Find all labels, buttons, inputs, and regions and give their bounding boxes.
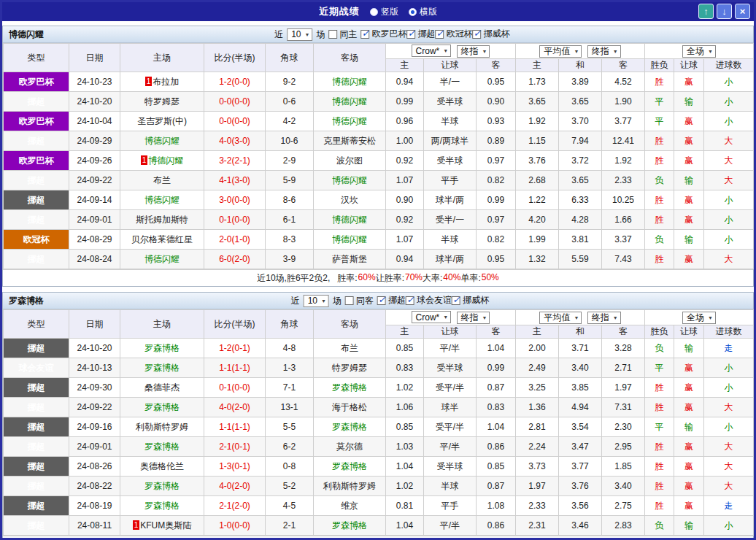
away-team-name[interactable]: 克里斯蒂安松 [323,136,376,146]
table-row[interactable]: 挪超 24-09-14 博德闪耀 3-0(0-0) 8-6 汉坎 0.90 球半… [4,190,754,210]
match-count-select[interactable]: 10 ▼ [287,28,312,41]
away-team-name[interactable]: 维京 [341,501,358,511]
avg-source-select[interactable]: 平均值▼ [539,45,582,58]
home-team-name[interactable]: 特罗姆瑟 [144,96,180,107]
checkbox-checked-icon[interactable] [472,30,481,39]
checkbox-unchecked-icon[interactable] [345,296,354,305]
table-row[interactable]: 挪超 24-09-30 桑德菲杰 0-1(0-0) 7-1 罗森博格 1.02 … [4,378,754,398]
odds-source-select[interactable]: Crow*▼ [412,311,452,323]
home-team-name[interactable]: 斯托姆加斯特 [136,215,188,225]
scroll-down-button[interactable]: ↓ [717,4,732,19]
home-team-name[interactable]: 罗森博格 [144,402,180,412]
away-team-name[interactable]: 特罗姆瑟 [332,363,367,373]
avg-away: 3.37 [602,230,645,250]
league-filter[interactable]: 球会友谊 [406,294,452,306]
league-filter[interactable]: 挪威杯 [452,294,489,306]
away-team-name[interactable]: 罗森博格 [332,382,367,393]
table-row[interactable]: 挪超 24-08-26 奥德格伦兰 1-3(0-1) 0-8 罗森博格 1.04… [4,457,754,477]
table-row[interactable]: 挪超 24-08-22 罗森博格 4-0(2-0) 5-2 利勒斯特罗姆 1.0… [4,477,754,496]
avg-kind-select[interactable]: 终指▼ [587,45,621,58]
away-team-name[interactable]: 博德闪耀 [332,234,367,244]
table-row[interactable]: 挪超 24-08-11 1KFUM奥斯陆 1-0(0-0) 2-1 罗森博格 1… [4,516,754,536]
home-team-name[interactable]: KFUM奥斯陆 [140,520,191,531]
table-row[interactable]: 挪超 24-09-22 布兰 4-1(3-0) 5-9 博德闪耀 1.07 平手… [4,171,754,190]
avg-source-select[interactable]: 平均值▼ [539,312,582,324]
checkbox-unchecked-icon[interactable] [328,30,337,39]
home-team-name[interactable]: 奥德格伦兰 [140,461,184,471]
close-button[interactable]: × [735,4,750,19]
radio-horizontal-layout[interactable]: 横版 [409,6,437,18]
table-row[interactable]: 挪超 24-10-20 特罗姆瑟 0-0(0-0) 0-6 博德闪耀 0.99 … [4,92,754,112]
away-team-name[interactable]: 罗森博格 [332,461,367,471]
league-filter[interactable]: 挪超 [406,28,435,40]
table-row[interactable]: 挪超 24-09-29 博德闪耀 4-0(3-0) 10-6 克里斯蒂安松 1.… [4,131,754,151]
away-team-name[interactable]: 波尔图 [336,155,363,166]
away-team-name[interactable]: 博德闪耀 [332,77,367,87]
away-team-name[interactable]: 博德闪耀 [332,96,367,107]
table-row[interactable]: 挪超 24-10-20 罗森博格 1-2(0-1) 4-8 布兰 0.85 平/… [4,339,754,358]
home-team-name[interactable]: 罗森博格 [144,441,180,452]
table-row[interactable]: 挪超 24-08-19 罗森博格 2-1(2-0) 4-5 维京 0.81 平手… [4,496,754,516]
table-row[interactable]: 欧罗巴杯 24-10-23 1布拉加 1-2(0-0) 9-2 博德闪耀 0.9… [4,72,754,92]
home-team-name[interactable]: 布拉加 [153,77,179,87]
away-team-name[interactable]: 博德闪耀 [332,175,367,185]
same-venue-filter[interactable]: 同主 [328,28,357,41]
table-row[interactable]: 球会友谊 24-10-13 罗森博格 1-1(1-1) 1-3 特罗姆瑟 0.8… [4,358,754,378]
table-row[interactable]: 欧冠杯 24-08-29 贝尔格莱德红星 2-0(1-0) 8-3 博德闪耀 1… [4,230,754,250]
checkbox-checked-icon[interactable] [406,296,414,305]
home-team-name[interactable]: 博德闪耀 [144,136,180,146]
away-team-name[interactable]: 萨普斯堡 [332,254,367,264]
table-row[interactable]: 挪超 24-08-24 博德闪耀 6-0(2-0) 3-9 萨普斯堡 0.94 … [4,250,754,269]
table-row[interactable]: 欧罗巴杯 24-10-04 圣吉罗斯(中) 0-0(0-0) 4-2 博德闪耀 … [4,112,754,131]
table-row[interactable]: 欧罗巴杯 24-09-26 1博德闪耀 3-2(2-1) 2-9 波尔图 0.9… [4,151,754,171]
checkbox-checked-icon[interactable] [406,30,415,39]
match-date: 24-08-11 [69,516,120,536]
checkbox-checked-icon[interactable] [452,296,460,305]
away-team-name[interactable]: 博德闪耀 [332,215,367,225]
table-row[interactable]: 挪超 24-09-22 罗森博格 4-0(2-0) 13-1 海于格松 1.06… [4,398,754,417]
scope-select[interactable]: 全场▼ [682,45,716,58]
home-team-name[interactable]: 利勒斯特罗姆 [136,422,188,432]
league-filter[interactable]: 挪超 [377,294,406,306]
league-filter[interactable]: 欧罗巴杯 [360,28,406,40]
home-team-name[interactable]: 博德闪耀 [144,254,180,264]
away-team-name[interactable]: 布兰 [341,343,358,353]
avg-kind-select[interactable]: 终指▼ [587,312,621,324]
radio-icon[interactable] [370,8,378,16]
odds-kind-select[interactable]: 终指▼ [457,312,490,324]
away-team-name[interactable]: 汉坎 [341,195,358,205]
odds-kind-select[interactable]: 终指▼ [457,45,490,58]
home-team-name[interactable]: 贝尔格莱德红星 [131,234,193,244]
table-row[interactable]: 挪超 24-09-16 利勒斯特罗姆 1-1(1-1) 5-5 罗森博格 0.8… [4,417,754,437]
home-team-name[interactable]: 博德闪耀 [148,155,183,166]
home-team-name[interactable]: 罗森博格 [144,363,180,373]
home-team-name[interactable]: 罗森博格 [144,501,180,511]
checkbox-checked-icon[interactable] [435,30,444,39]
league-filter[interactable]: 欧冠杯 [435,28,472,40]
league-filter[interactable]: 挪威杯 [472,28,509,40]
away-team-name[interactable]: 莫尔德 [336,441,363,452]
match-count-select[interactable]: 10 ▼ [304,295,329,307]
home-team-name[interactable]: 布兰 [153,175,171,185]
same-venue-filter[interactable]: 同客 [345,295,374,307]
away-team-name[interactable]: 罗森博格 [332,422,367,432]
away-team-name[interactable]: 海于格松 [332,402,367,412]
away-team-name[interactable]: 罗森博格 [332,520,367,531]
checkbox-checked-icon[interactable] [360,30,369,39]
odds-source-select[interactable]: Crow*▼ [412,45,452,57]
away-team-name[interactable]: 利勒斯特罗姆 [323,481,376,491]
radio-selected-icon[interactable] [409,8,417,16]
table-row[interactable]: 挪超 24-09-01 斯托姆加斯特 0-1(0-0) 6-1 博德闪耀 0.9… [4,210,754,230]
away-team-name[interactable]: 博德闪耀 [332,116,367,126]
home-team-name[interactable]: 罗森博格 [144,343,180,353]
home-team-name[interactable]: 圣吉罗斯(中) [137,116,187,126]
home-team-name[interactable]: 桑德菲杰 [144,382,180,393]
scope-select[interactable]: 全场▼ [682,312,716,324]
radio-vertical-layout[interactable]: 竖版 [370,6,398,18]
col-result: 胜负 [645,325,674,339]
table-row[interactable]: 挪超 24-09-01 罗森博格 2-1(0-1) 6-2 莫尔德 1.03 平… [4,437,754,457]
home-team-name[interactable]: 博德闪耀 [144,195,180,205]
scroll-up-button[interactable]: ↑ [698,4,714,19]
home-team-name[interactable]: 罗森博格 [144,481,180,491]
checkbox-checked-icon[interactable] [377,296,386,305]
